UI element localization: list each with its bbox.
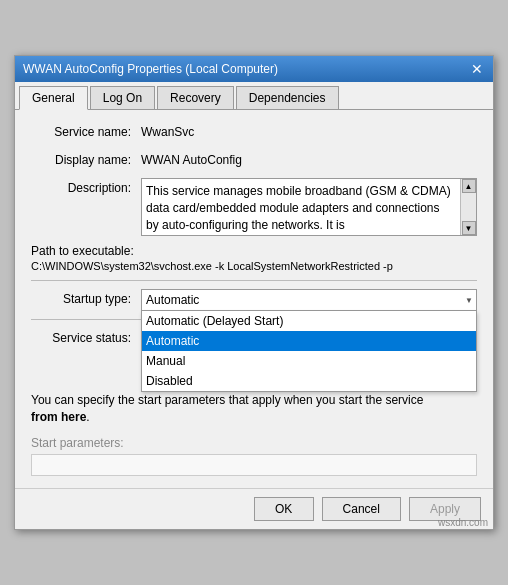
display-name-value: WWAN AutoConfig [141, 150, 477, 170]
service-name-label: Service name: [31, 122, 141, 142]
tab-logon[interactable]: Log On [90, 86, 155, 109]
hint-text: You can specify the start parameters tha… [31, 392, 477, 426]
description-text: This service manages mobile broadband (G… [146, 183, 454, 233]
start-params-section: Start parameters: [31, 436, 477, 476]
description-row: Description: This service manages mobile… [31, 178, 477, 236]
tab-bar: General Log On Recovery Dependencies [15, 82, 493, 110]
divider-1 [31, 280, 477, 281]
dropdown-arrow-icon: ▼ [465, 296, 473, 305]
display-name-row: Display name: WWAN AutoConfig [31, 150, 477, 170]
title-bar: WWAN AutoConfig Properties (Local Comput… [15, 56, 493, 82]
scroll-down-arrow[interactable]: ▼ [462, 221, 476, 235]
tab-dependencies[interactable]: Dependencies [236, 86, 339, 109]
scroll-up-arrow[interactable]: ▲ [462, 179, 476, 193]
startup-type-dropdown[interactable]: Automatic ▼ [141, 289, 477, 311]
cancel-button[interactable]: Cancel [322, 497, 401, 521]
bottom-bar: OK Cancel Apply [15, 488, 493, 529]
path-label: Path to executable: [31, 244, 477, 258]
startup-dropdown-container: Automatic ▼ Automatic (Delayed Start) Au… [141, 289, 477, 311]
hint-line2-rest: . [86, 410, 89, 424]
startup-type-label: Startup type: [31, 289, 141, 309]
description-scrollbar[interactable]: ▲ ▼ [460, 179, 476, 235]
startup-option-delayed[interactable]: Automatic (Delayed Start) [142, 311, 476, 331]
startup-option-manual[interactable]: Manual [142, 351, 476, 371]
watermark: wsxdn.com [438, 517, 488, 528]
startup-dropdown-list: Automatic (Delayed Start) Automatic Manu… [141, 311, 477, 392]
path-value: C:\WINDOWS\system32\svchost.exe -k Local… [31, 260, 477, 272]
path-row: Path to executable: C:\WINDOWS\system32\… [31, 244, 477, 272]
startup-option-disabled[interactable]: Disabled [142, 371, 476, 391]
tab-content: Service name: WwanSvc Display name: WWAN… [15, 110, 493, 488]
hint-line1: You can specify the start parameters tha… [31, 393, 423, 407]
description-box: This service manages mobile broadband (G… [141, 178, 477, 236]
tab-general[interactable]: General [19, 86, 88, 110]
startup-selected-value: Automatic [146, 293, 199, 307]
hint-line2-bold: from here [31, 410, 86, 424]
service-status-label: Service status: [31, 328, 141, 348]
close-button[interactable]: ✕ [469, 62, 485, 76]
properties-dialog: WWAN AutoConfig Properties (Local Comput… [14, 55, 494, 530]
startup-type-row: Startup type: Automatic ▼ Automatic (Del… [31, 289, 477, 311]
display-name-label: Display name: [31, 150, 141, 170]
dialog-title: WWAN AutoConfig Properties (Local Comput… [23, 62, 278, 76]
startup-option-automatic[interactable]: Automatic [142, 331, 476, 351]
ok-button[interactable]: OK [254, 497, 314, 521]
description-label: Description: [31, 178, 141, 198]
tab-recovery[interactable]: Recovery [157, 86, 234, 109]
start-params-label: Start parameters: [31, 436, 477, 450]
start-params-input[interactable] [31, 454, 477, 476]
service-name-row: Service name: WwanSvc [31, 122, 477, 142]
service-name-value: WwanSvc [141, 122, 477, 142]
